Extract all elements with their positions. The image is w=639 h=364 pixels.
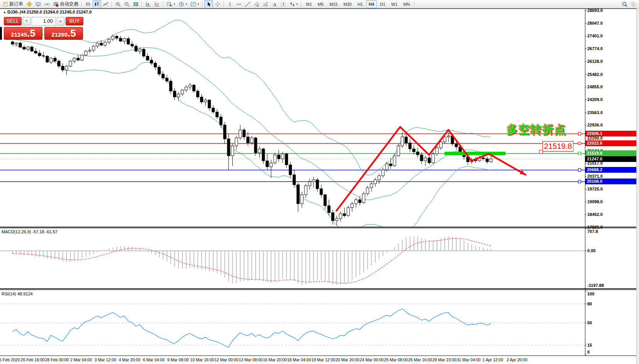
ohlc-values: 21250.0 21264.0 21245.0 21247.0	[27, 10, 91, 14]
candlestick-series	[11, 35, 492, 226]
price-level-annotation[interactable]: 21519.8	[543, 141, 573, 152]
chart-header: ▲DJ30-,H4 21250.0 21264.0 21245.0 21247.…	[3, 10, 91, 14]
level-anchor-square[interactable]	[578, 152, 581, 155]
chart-canvas[interactable]	[0, 0, 639, 364]
level-anchor-square[interactable]	[578, 180, 581, 183]
price-level-anchor-square[interactable]	[539, 150, 543, 154]
bollinger-middle	[12, 39, 491, 200]
buy-price-main: 21260	[51, 31, 68, 38]
sell-price-main: 21245	[11, 31, 27, 38]
volume-increase-button[interactable]: ▲	[57, 17, 64, 25]
support-zone-bar[interactable]	[445, 152, 505, 155]
window-edge	[636, 8, 639, 364]
buy-price-fraction: .5	[68, 29, 76, 37]
sell-price-fraction: .5	[27, 29, 36, 37]
level-anchor-square[interactable]	[578, 142, 581, 145]
volume-decrease-button[interactable]: ▼	[23, 17, 30, 25]
sell-price-button[interactable]: 21245.5	[4, 27, 42, 40]
rsi-line	[12, 309, 491, 347]
buy-price-button[interactable]: 21260.5	[44, 27, 83, 40]
rsi-pane	[0, 304, 585, 347]
level-anchor-square[interactable]	[578, 169, 581, 171]
macd-pane	[0, 236, 585, 285]
volume-input[interactable]: 1.00	[32, 17, 56, 25]
docked-panel-edge	[0, 27, 2, 40]
level-anchor-square[interactable]	[578, 132, 581, 135]
one-click-trade-panel: SELL ▼ 1.00 ▲ BUY 21245.5 21260.5	[4, 17, 84, 25]
mt4-window: 新订单自动交易▾▾▾EFAT▾M1M5M15M30H1H4D1W1MN 2869…	[0, 0, 639, 364]
turning-point-annotation: 多空转折点	[507, 122, 566, 138]
buy-button[interactable]: BUY	[66, 17, 83, 25]
sell-button[interactable]: SELL	[4, 17, 22, 25]
symbol-period-label: DJ30-,H4	[7, 10, 25, 14]
main-chart-pane	[0, 20, 585, 237]
expand-arrow-icon[interactable]: ▲	[3, 10, 6, 14]
